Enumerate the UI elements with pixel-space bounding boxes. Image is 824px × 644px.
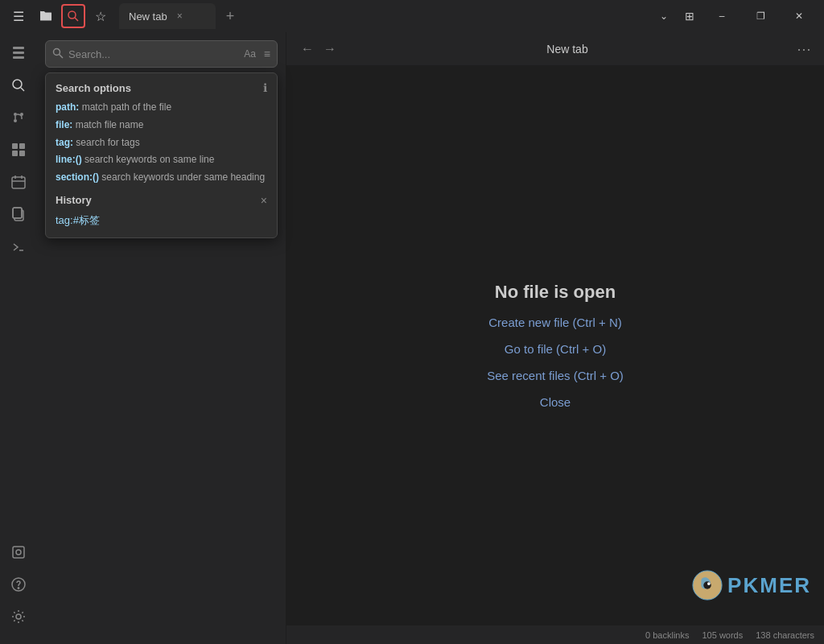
svg-point-28 <box>54 48 60 55</box>
options-header: Search options ℹ <box>56 81 267 94</box>
svg-rect-20 <box>13 208 22 218</box>
svg-rect-4 <box>13 56 24 59</box>
main-area: Aa ≡ Search options ℹ path: match path o… <box>0 32 824 644</box>
svg-rect-12 <box>19 143 25 149</box>
option-path: path: match path of the file <box>56 101 267 114</box>
search-bar: Aa ≡ <box>45 40 278 68</box>
add-tab-button[interactable]: + <box>219 5 241 27</box>
activity-source-control[interactable] <box>4 103 33 132</box>
editor-header: ← → New tab ⋯ <box>286 32 824 66</box>
options-title: Search options <box>56 82 131 94</box>
svg-rect-15 <box>12 177 25 188</box>
history-section: History × tag:#标签 <box>56 194 267 229</box>
open-folder-button[interactable] <box>34 4 58 28</box>
sidebar: Aa ≡ Search options ℹ path: match path o… <box>37 32 286 644</box>
option-path-desc: match path of the file <box>82 101 171 113</box>
search-input[interactable] <box>68 48 236 60</box>
activity-calendar[interactable] <box>4 167 33 196</box>
svg-point-9 <box>14 119 17 122</box>
option-file: file: match file name <box>56 118 267 132</box>
activity-search[interactable] <box>4 71 33 100</box>
history-title: History <box>56 194 92 206</box>
activity-copy[interactable] <box>4 200 33 229</box>
title-bar-right: ⌄ ⊞ – ❐ ✕ <box>652 3 818 29</box>
svg-point-32 <box>707 582 711 585</box>
editor-menu-button[interactable]: ⋯ <box>793 37 814 61</box>
no-file-title: No file is open <box>495 282 616 303</box>
close-link[interactable]: Close <box>540 395 571 409</box>
pkmer-logo: PKMER <box>692 570 811 601</box>
option-file-keyword: file: <box>56 119 72 130</box>
option-line: line:() search keywords on same line <box>56 153 267 167</box>
editor-area: ← → New tab ⋯ No file is open Create new… <box>286 32 824 644</box>
pkmer-text: PKMER <box>727 573 811 598</box>
svg-point-26 <box>18 588 19 589</box>
activity-settings[interactable] <box>4 602 33 631</box>
svg-line-6 <box>21 88 24 91</box>
forward-button[interactable]: → <box>319 38 341 60</box>
title-bar-left: ☰ ☆ <box>6 4 113 28</box>
option-path-keyword: path: <box>56 101 79 113</box>
option-section-desc: search keywords under same heading <box>101 171 265 183</box>
backlinks-status: 0 backlinks <box>645 630 689 640</box>
history-header: History × <box>56 194 267 207</box>
svg-point-31 <box>703 581 711 589</box>
search-button[interactable] <box>61 4 85 28</box>
svg-rect-14 <box>19 151 25 156</box>
option-tag-desc: search for tags <box>76 137 139 148</box>
history-clear-button[interactable]: × <box>261 194 267 207</box>
svg-point-0 <box>68 11 76 19</box>
option-line-keyword: line:() <box>56 154 82 165</box>
svg-point-5 <box>13 80 22 89</box>
activity-extensions[interactable] <box>4 135 33 164</box>
dropdown-button[interactable]: ⌄ <box>652 4 676 28</box>
minimize-button[interactable]: – <box>703 3 740 29</box>
bookmark-button[interactable]: ☆ <box>89 4 113 28</box>
svg-rect-23 <box>13 547 24 558</box>
tab-close-button[interactable]: × <box>177 10 183 22</box>
svg-point-7 <box>14 113 17 116</box>
go-to-file-link[interactable]: Go to file (Ctrl + O) <box>505 342 606 356</box>
history-item[interactable]: tag:#标签 <box>56 212 267 229</box>
option-file-desc: match file name <box>76 119 144 130</box>
svg-rect-2 <box>13 47 24 49</box>
maximize-button[interactable]: ❐ <box>742 3 779 29</box>
new-tab[interactable]: New tab × <box>119 3 216 29</box>
status-bar: 0 backlinks 105 words 138 characters <box>286 625 824 644</box>
svg-line-29 <box>60 54 64 58</box>
option-section-keyword: section:() <box>56 171 99 183</box>
svg-rect-11 <box>12 143 18 149</box>
svg-line-1 <box>75 18 78 21</box>
activity-publish[interactable] <box>4 538 33 567</box>
create-new-file-link[interactable]: Create new file (Ctrl + N) <box>488 316 621 329</box>
filter-button[interactable]: ≡ <box>264 47 270 60</box>
activity-files[interactable] <box>4 39 33 68</box>
svg-rect-3 <box>13 52 24 54</box>
sidebar-toggle-button[interactable]: ☰ <box>6 4 31 28</box>
option-section: section:() search keywords under same he… <box>56 171 267 184</box>
activity-bar <box>0 32 37 644</box>
svg-rect-13 <box>12 151 18 156</box>
search-bar-icon <box>52 47 64 61</box>
layout-button[interactable]: ⊞ <box>678 4 702 28</box>
characters-status: 138 characters <box>756 630 814 640</box>
close-button[interactable]: ✕ <box>781 3 818 29</box>
back-button[interactable]: ← <box>296 38 319 60</box>
option-tag-keyword: tag: <box>56 137 73 148</box>
option-line-desc: search keywords on same line <box>84 154 214 165</box>
svg-point-27 <box>16 614 21 619</box>
option-tag: tag: search for tags <box>56 136 267 150</box>
pkmer-icon <box>692 570 723 601</box>
words-status: 105 words <box>702 630 743 640</box>
tab-bar: New tab × + <box>119 3 652 29</box>
tab-label: New tab <box>129 10 167 23</box>
match-case-button[interactable]: Aa <box>241 47 259 61</box>
activity-terminal[interactable] <box>4 232 33 261</box>
see-recent-files-link[interactable]: See recent files (Ctrl + O) <box>487 369 624 382</box>
svg-point-24 <box>16 550 21 555</box>
editor-title: New tab <box>341 43 793 56</box>
search-options-panel: Search options ℹ path: match path of the… <box>45 72 278 238</box>
info-icon[interactable]: ℹ <box>263 81 267 94</box>
title-bar: ☰ ☆ New tab × + ⌄ ⊞ – ❐ ✕ <box>0 0 824 32</box>
activity-help[interactable] <box>4 570 33 599</box>
